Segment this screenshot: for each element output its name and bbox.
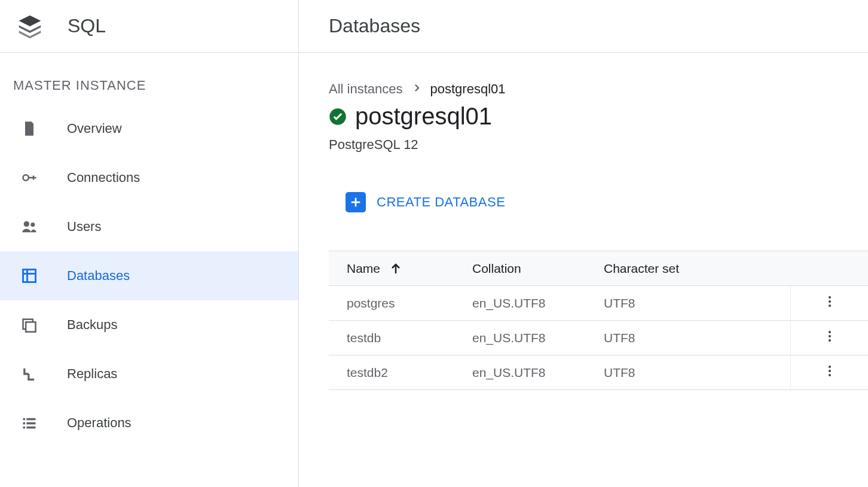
svg-point-20 bbox=[829, 296, 831, 299]
sidebar-item-label: Users bbox=[67, 219, 101, 235]
plus-icon bbox=[346, 192, 366, 212]
column-header-name[interactable]: Name bbox=[347, 261, 472, 276]
sidebar-item-backups[interactable]: Backups bbox=[0, 300, 298, 349]
sidebar-header: SQL bbox=[0, 0, 298, 53]
sidebar-section-label: MASTER INSTANCE bbox=[0, 53, 298, 104]
svg-rect-11 bbox=[26, 418, 35, 421]
more-vert-icon bbox=[823, 364, 837, 381]
sort-ascending-icon bbox=[389, 261, 403, 276]
row-actions-button[interactable] bbox=[790, 355, 868, 389]
cell-collation: en_US.UTF8 bbox=[472, 331, 604, 345]
cell-collation: en_US.UTF8 bbox=[472, 366, 604, 380]
table-row: postgres en_US.UTF8 UTF8 bbox=[329, 286, 868, 321]
sidebar-item-label: Databases bbox=[67, 268, 130, 284]
svg-point-23 bbox=[829, 331, 831, 333]
svg-point-22 bbox=[829, 305, 831, 307]
cell-name: testdb2 bbox=[347, 366, 472, 380]
sidebar-item-label: Overview bbox=[67, 121, 122, 136]
table-row: testdb en_US.UTF8 UTF8 bbox=[329, 321, 868, 355]
status-running-icon bbox=[329, 108, 347, 126]
svg-rect-9 bbox=[26, 322, 35, 331]
replicas-icon bbox=[19, 364, 39, 384]
svg-point-3 bbox=[24, 221, 29, 227]
svg-point-24 bbox=[829, 335, 831, 337]
cell-name: postgres bbox=[347, 296, 472, 311]
svg-rect-12 bbox=[23, 422, 26, 425]
more-vert-icon bbox=[823, 329, 837, 346]
backups-icon bbox=[19, 315, 39, 335]
breadcrumb-current: postgresql01 bbox=[430, 81, 506, 97]
create-database-button[interactable]: CREATE DATABASE bbox=[329, 187, 510, 217]
sidebar-item-overview[interactable]: Overview bbox=[0, 104, 298, 153]
chevron-right-icon bbox=[411, 81, 422, 97]
document-icon bbox=[19, 118, 39, 139]
column-header-charset[interactable]: Character set bbox=[604, 261, 765, 276]
sidebar: SQL MASTER INSTANCE Overview Connections… bbox=[0, 0, 299, 487]
product-title: SQL bbox=[68, 15, 106, 37]
instance-version: PostgreSQL 12 bbox=[329, 137, 868, 153]
sidebar-item-operations[interactable]: Operations bbox=[0, 398, 298, 448]
page-title: Databases bbox=[329, 15, 420, 37]
main-panel: Databases All instances postgresql01 pos… bbox=[299, 0, 868, 487]
databases-icon bbox=[19, 266, 39, 286]
column-header-collation[interactable]: Collation bbox=[472, 261, 604, 276]
column-header-name-label: Name bbox=[347, 261, 380, 276]
sidebar-item-label: Replicas bbox=[67, 366, 117, 382]
svg-rect-14 bbox=[23, 427, 26, 429]
svg-rect-10 bbox=[23, 418, 26, 421]
cell-charset: UTF8 bbox=[604, 296, 765, 311]
sidebar-item-users[interactable]: Users bbox=[0, 202, 298, 251]
svg-point-26 bbox=[829, 366, 831, 368]
cell-collation: en_US.UTF8 bbox=[472, 296, 604, 311]
svg-rect-13 bbox=[26, 422, 35, 425]
sidebar-item-label: Connections bbox=[67, 170, 140, 185]
svg-point-0 bbox=[23, 175, 29, 180]
row-actions-button[interactable] bbox=[790, 321, 868, 355]
svg-point-28 bbox=[829, 374, 831, 376]
connections-icon bbox=[19, 168, 39, 188]
sidebar-item-databases[interactable]: Databases bbox=[0, 251, 298, 300]
svg-point-27 bbox=[829, 370, 831, 372]
svg-point-4 bbox=[30, 223, 35, 227]
sidebar-item-label: Operations bbox=[67, 415, 132, 431]
breadcrumb: All instances postgresql01 bbox=[329, 81, 868, 97]
cell-name: testdb bbox=[347, 331, 472, 345]
operations-icon bbox=[19, 413, 39, 433]
row-actions-button[interactable] bbox=[790, 286, 868, 320]
databases-table: Name Collation Character set postgres en… bbox=[329, 251, 868, 390]
svg-point-21 bbox=[829, 300, 831, 303]
more-vert-icon bbox=[823, 294, 837, 312]
svg-rect-5 bbox=[23, 270, 36, 282]
sql-logo-icon bbox=[15, 11, 45, 41]
svg-point-25 bbox=[829, 339, 831, 342]
breadcrumb-root[interactable]: All instances bbox=[329, 81, 403, 97]
svg-rect-15 bbox=[26, 427, 35, 429]
create-database-label: CREATE DATABASE bbox=[377, 194, 505, 210]
main-header: Databases bbox=[299, 0, 868, 53]
sidebar-item-label: Backups bbox=[67, 317, 117, 333]
instance-title-row: postgresql01 bbox=[329, 103, 868, 130]
sidebar-item-connections[interactable]: Connections bbox=[0, 153, 298, 202]
cell-charset: UTF8 bbox=[604, 366, 765, 380]
table-header-row: Name Collation Character set bbox=[329, 251, 868, 286]
table-row: testdb2 en_US.UTF8 UTF8 bbox=[329, 355, 868, 390]
sidebar-item-replicas[interactable]: Replicas bbox=[0, 349, 298, 398]
content-area: All instances postgresql01 postgresql01 … bbox=[299, 53, 868, 390]
users-icon bbox=[19, 217, 39, 237]
cell-charset: UTF8 bbox=[604, 331, 765, 345]
instance-name: postgresql01 bbox=[355, 103, 492, 130]
